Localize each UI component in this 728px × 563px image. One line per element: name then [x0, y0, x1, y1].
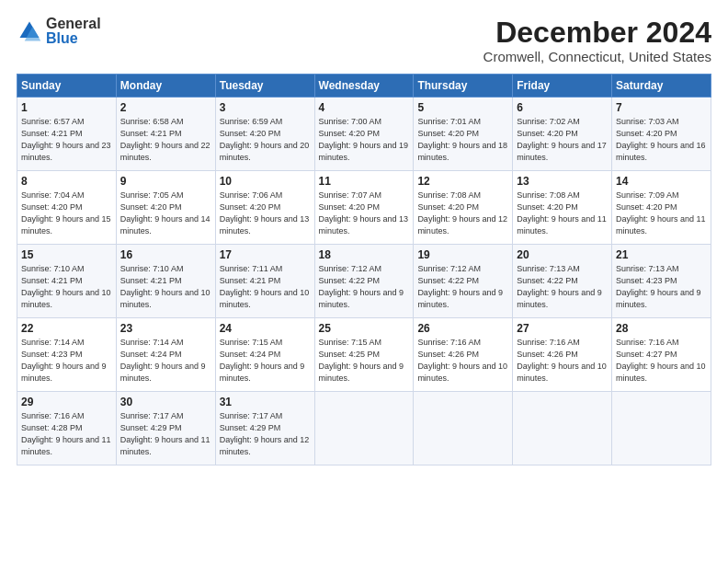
day-number: 6 — [517, 101, 608, 114]
day-detail: Sunrise: 7:08 AMSunset: 4:20 PMDaylight:… — [417, 190, 507, 236]
day-detail: Sunrise: 7:08 AMSunset: 4:20 PMDaylight:… — [517, 190, 607, 236]
calendar-cell: 10Sunrise: 7:06 AMSunset: 4:20 PMDayligh… — [215, 171, 314, 245]
day-number: 10 — [220, 175, 311, 188]
day-detail: Sunrise: 7:17 AMSunset: 4:29 PMDaylight:… — [120, 411, 210, 456]
day-number: 2 — [120, 101, 211, 114]
calendar-cell: 22Sunrise: 7:14 AMSunset: 4:23 PMDayligh… — [17, 318, 117, 392]
col-thursday: Thursday — [414, 75, 513, 98]
calendar-cell — [314, 392, 414, 465]
calendar-cell: 30Sunrise: 7:17 AMSunset: 4:29 PMDayligh… — [116, 392, 215, 465]
day-detail: Sunrise: 7:02 AMSunset: 4:20 PMDaylight:… — [517, 117, 607, 162]
day-detail: Sunrise: 7:10 AMSunset: 4:21 PMDaylight:… — [120, 264, 210, 309]
title-month: December 2024 — [483, 17, 711, 49]
day-number: 12 — [417, 175, 508, 188]
calendar-cell: 2Sunrise: 6:58 AMSunset: 4:21 PMDaylight… — [116, 98, 215, 171]
calendar-cell: 15Sunrise: 7:10 AMSunset: 4:21 PMDayligh… — [17, 245, 117, 318]
day-detail: Sunrise: 7:14 AMSunset: 4:24 PMDaylight:… — [120, 338, 206, 383]
day-detail: Sunrise: 7:06 AMSunset: 4:20 PMDaylight:… — [220, 190, 310, 236]
day-detail: Sunrise: 7:09 AMSunset: 4:20 PMDaylight:… — [616, 190, 706, 236]
day-detail: Sunrise: 7:05 AMSunset: 4:20 PMDaylight:… — [120, 190, 210, 236]
day-detail: Sunrise: 7:11 AMSunset: 4:21 PMDaylight:… — [220, 264, 310, 309]
day-number: 13 — [517, 175, 608, 188]
calendar-cell: 1Sunrise: 6:57 AMSunset: 4:21 PMDaylight… — [17, 98, 117, 171]
day-detail: Sunrise: 7:17 AMSunset: 4:29 PMDaylight:… — [220, 411, 310, 456]
logo-icon — [17, 18, 42, 44]
col-wednesday: Wednesday — [314, 75, 414, 98]
day-detail: Sunrise: 7:15 AMSunset: 4:25 PMDaylight:… — [319, 338, 404, 383]
calendar-cell: 24Sunrise: 7:15 AMSunset: 4:24 PMDayligh… — [215, 318, 314, 392]
day-detail: Sunrise: 7:00 AMSunset: 4:20 PMDaylight:… — [319, 117, 409, 162]
calendar-header: Sunday Monday Tuesday Wednesday Thursday… — [17, 75, 711, 98]
logo-blue-text: Blue — [46, 31, 101, 46]
calendar-cell: 27Sunrise: 7:16 AMSunset: 4:26 PMDayligh… — [513, 318, 612, 392]
logo-text: General Blue — [46, 17, 101, 46]
calendar-cell: 4Sunrise: 7:00 AMSunset: 4:20 PMDaylight… — [314, 98, 414, 171]
day-number: 15 — [21, 248, 112, 261]
day-number: 26 — [417, 322, 508, 335]
day-number: 18 — [319, 248, 410, 261]
calendar-cell: 23Sunrise: 7:14 AMSunset: 4:24 PMDayligh… — [116, 318, 215, 392]
day-detail: Sunrise: 7:16 AMSunset: 4:26 PMDaylight:… — [517, 338, 607, 383]
calendar-week-1: 1Sunrise: 6:57 AMSunset: 4:21 PMDaylight… — [17, 98, 711, 171]
logo-general-text: General — [46, 17, 101, 31]
day-number: 9 — [120, 175, 211, 188]
day-detail: Sunrise: 7:12 AMSunset: 4:22 PMDaylight:… — [417, 264, 503, 309]
day-detail: Sunrise: 7:10 AMSunset: 4:21 PMDaylight:… — [21, 264, 111, 309]
day-number: 23 — [120, 322, 211, 335]
day-detail: Sunrise: 7:13 AMSunset: 4:23 PMDaylight:… — [616, 264, 701, 309]
logo: General Blue — [17, 17, 101, 46]
day-number: 5 — [417, 101, 508, 114]
day-detail: Sunrise: 7:14 AMSunset: 4:23 PMDaylight:… — [21, 338, 107, 383]
calendar-cell: 28Sunrise: 7:16 AMSunset: 4:27 PMDayligh… — [612, 318, 711, 392]
calendar-cell: 20Sunrise: 7:13 AMSunset: 4:22 PMDayligh… — [513, 245, 612, 318]
day-detail: Sunrise: 7:16 AMSunset: 4:26 PMDaylight:… — [417, 338, 507, 383]
day-number: 25 — [319, 322, 410, 335]
calendar-cell: 9Sunrise: 7:05 AMSunset: 4:20 PMDaylight… — [116, 171, 215, 245]
day-detail: Sunrise: 7:12 AMSunset: 4:22 PMDaylight:… — [319, 264, 404, 309]
day-number: 1 — [21, 101, 112, 114]
calendar-cell: 14Sunrise: 7:09 AMSunset: 4:20 PMDayligh… — [612, 171, 711, 245]
calendar-cell: 8Sunrise: 7:04 AMSunset: 4:20 PMDaylight… — [17, 171, 117, 245]
day-detail: Sunrise: 6:59 AMSunset: 4:20 PMDaylight:… — [220, 117, 310, 162]
calendar-cell: 29Sunrise: 7:16 AMSunset: 4:28 PMDayligh… — [17, 392, 117, 465]
col-tuesday: Tuesday — [215, 75, 314, 98]
day-number: 29 — [21, 396, 112, 408]
calendar-cell: 7Sunrise: 7:03 AMSunset: 4:20 PMDaylight… — [612, 98, 711, 171]
calendar-cell: 31Sunrise: 7:17 AMSunset: 4:29 PMDayligh… — [215, 392, 314, 465]
calendar-body: 1Sunrise: 6:57 AMSunset: 4:21 PMDaylight… — [17, 98, 711, 465]
col-saturday: Saturday — [612, 75, 711, 98]
col-friday: Friday — [513, 75, 612, 98]
day-number: 17 — [220, 248, 311, 261]
calendar-week-5: 29Sunrise: 7:16 AMSunset: 4:28 PMDayligh… — [17, 392, 711, 465]
calendar-table: Sunday Monday Tuesday Wednesday Thursday… — [17, 74, 711, 465]
calendar-cell: 12Sunrise: 7:08 AMSunset: 4:20 PMDayligh… — [414, 171, 513, 245]
day-detail: Sunrise: 7:16 AMSunset: 4:27 PMDaylight:… — [616, 338, 706, 383]
calendar-cell — [414, 392, 513, 465]
calendar-cell — [612, 392, 711, 465]
calendar-week-4: 22Sunrise: 7:14 AMSunset: 4:23 PMDayligh… — [17, 318, 711, 392]
calendar-cell: 6Sunrise: 7:02 AMSunset: 4:20 PMDaylight… — [513, 98, 612, 171]
day-number: 8 — [21, 175, 112, 188]
day-number: 11 — [319, 175, 410, 188]
day-number: 19 — [417, 248, 508, 261]
col-monday: Monday — [116, 75, 215, 98]
day-detail: Sunrise: 7:04 AMSunset: 4:20 PMDaylight:… — [21, 190, 111, 236]
day-detail: Sunrise: 7:01 AMSunset: 4:20 PMDaylight:… — [417, 117, 507, 162]
calendar-cell: 25Sunrise: 7:15 AMSunset: 4:25 PMDayligh… — [314, 318, 414, 392]
calendar-page: General Blue December 2024 Cromwell, Con… — [0, 0, 728, 563]
calendar-week-2: 8Sunrise: 7:04 AMSunset: 4:20 PMDaylight… — [17, 171, 711, 245]
calendar-cell: 13Sunrise: 7:08 AMSunset: 4:20 PMDayligh… — [513, 171, 612, 245]
calendar-week-3: 15Sunrise: 7:10 AMSunset: 4:21 PMDayligh… — [17, 245, 711, 318]
calendar-cell: 11Sunrise: 7:07 AMSunset: 4:20 PMDayligh… — [314, 171, 414, 245]
day-detail: Sunrise: 7:03 AMSunset: 4:20 PMDaylight:… — [616, 117, 706, 162]
day-number: 31 — [220, 396, 311, 408]
calendar-cell: 18Sunrise: 7:12 AMSunset: 4:22 PMDayligh… — [314, 245, 414, 318]
weekday-row: Sunday Monday Tuesday Wednesday Thursday… — [17, 75, 711, 98]
day-number: 14 — [616, 175, 707, 188]
day-number: 30 — [120, 396, 211, 408]
calendar-cell: 5Sunrise: 7:01 AMSunset: 4:20 PMDaylight… — [414, 98, 513, 171]
header: General Blue December 2024 Cromwell, Con… — [17, 17, 711, 64]
col-sunday: Sunday — [17, 75, 117, 98]
day-detail: Sunrise: 6:57 AMSunset: 4:21 PMDaylight:… — [21, 117, 111, 162]
day-number: 22 — [21, 322, 112, 335]
